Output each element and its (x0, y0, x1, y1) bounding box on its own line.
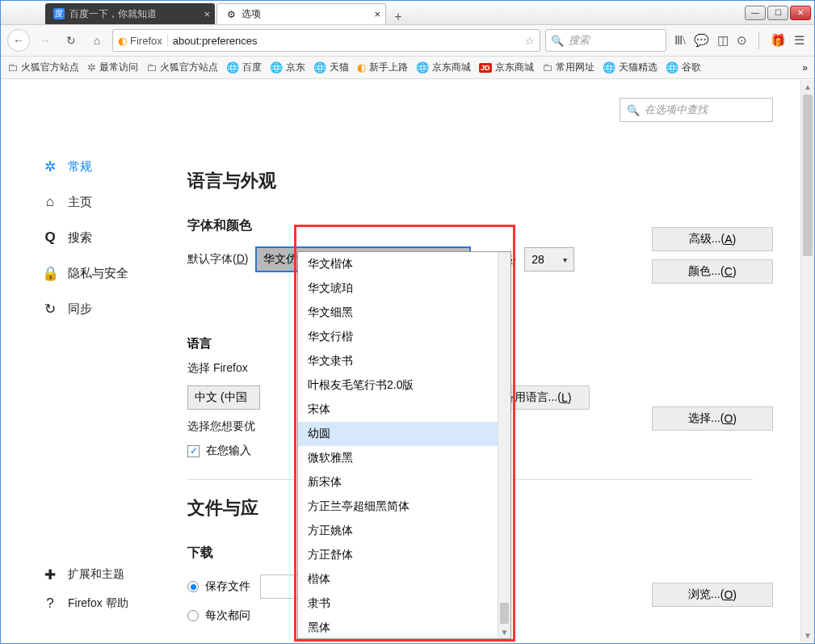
options-search-input[interactable]: 🔍 在选项中查找 (620, 98, 773, 122)
choose-languages-button[interactable]: 选择...(O) (652, 406, 773, 431)
bookmark-item[interactable]: 🗀火狐官方站点 (146, 61, 218, 74)
close-icon[interactable]: × (204, 8, 210, 20)
advanced-fonts-button[interactable]: 高级...(A) (652, 227, 773, 251)
font-option[interactable]: 新宋体 (298, 470, 510, 495)
globe-icon: 🌐 (270, 61, 283, 74)
firefox-icon: ◐ (118, 35, 127, 47)
bookmark-item[interactable]: 🗀火狐官方站点 (7, 61, 79, 74)
save-files-radio[interactable] (187, 581, 199, 592)
video-icon[interactable]: ⊙ (737, 33, 747, 48)
font-size-select[interactable]: 28 ▾ (524, 247, 574, 271)
gift-icon[interactable]: 🎁 (771, 33, 786, 48)
search-icon: 🔍 (551, 35, 564, 47)
font-dropdown-list[interactable]: ▼ 华文楷体华文琥珀华文细黑华文行楷华文隶书叶根友毛笔行书2.0版宋体幼圆微软雅… (297, 251, 511, 639)
back-button[interactable]: ← (7, 29, 30, 52)
globe-icon: 🌐 (603, 61, 615, 74)
bookmark-item[interactable]: 🌐天猫精选 (603, 61, 657, 74)
scrollbar-thumb[interactable] (803, 95, 813, 256)
section-title-language-appearance: 语言与外观 (187, 169, 753, 193)
search-bar[interactable]: 🔍 搜索 (545, 29, 666, 52)
sidebar-item-addons[interactable]: ✚扩展和主题 (42, 560, 128, 589)
scrollbar-thumb[interactable] (500, 603, 509, 624)
always-ask-radio[interactable] (187, 610, 199, 621)
choose-preferred-desc: 选择您想要优 (187, 419, 255, 434)
spellcheck-checkbox[interactable]: ✓ (187, 445, 200, 457)
font-option[interactable]: 隶书 (298, 591, 510, 616)
navigation-toolbar: ← → ↻ ⌂ ◐ Firefox about:preferences ☆ 🔍 … (1, 25, 814, 57)
maximize-button[interactable]: ☐ (767, 6, 788, 20)
bookmark-item[interactable]: ◐新手上路 (357, 61, 408, 74)
font-option[interactable]: 幼圆 (298, 422, 510, 446)
font-option[interactable]: 华文隶书 (298, 349, 510, 373)
bookmark-item[interactable]: 🌐谷歌 (666, 61, 701, 74)
help-icon: ? (42, 596, 58, 612)
sidebar-item-search[interactable]: Q搜索 (42, 220, 187, 255)
close-button[interactable]: ✕ (790, 6, 811, 20)
tab-baidu[interactable]: 度 百度一下，你就知道 × (45, 3, 215, 24)
vertical-scrollbar[interactable]: ▲ ▼ (800, 80, 814, 642)
separator (758, 32, 759, 49)
folder-icon: 🗀 (542, 61, 552, 74)
bookmark-item[interactable]: JD京东商城 (479, 61, 534, 74)
new-tab-button[interactable]: + (388, 10, 409, 24)
font-option[interactable]: 华文琥珀 (298, 276, 510, 301)
search-icon: Q (42, 229, 58, 246)
chat-icon[interactable]: 💬 (694, 33, 709, 48)
firefox-icon: ◐ (357, 61, 366, 74)
font-option[interactable]: 黑体 (298, 616, 510, 639)
scroll-down-icon[interactable]: ▼ (801, 629, 814, 642)
minimize-button[interactable]: — (745, 6, 766, 20)
puzzle-icon: ✚ (42, 566, 58, 583)
close-icon[interactable]: × (374, 8, 380, 20)
font-option[interactable]: 宋体 (298, 398, 510, 422)
category-sidebar: ✲常规 ⌂主页 Q搜索 🔒隐私与安全 ↻同步 ✚扩展和主题 ?Firefox 帮… (2, 80, 187, 642)
sidebar-item-privacy[interactable]: 🔒隐私与安全 (42, 255, 187, 291)
sync-icon: ↻ (42, 301, 58, 318)
sidebar-item-help[interactable]: ?Firefox 帮助 (42, 589, 128, 618)
sidebar-item-general[interactable]: ✲常规 (42, 149, 187, 184)
folder-icon: 🗀 (146, 61, 157, 74)
bookmarks-overflow-icon[interactable]: » (802, 62, 808, 74)
sidebar-item-sync[interactable]: ↻同步 (42, 291, 187, 326)
bookmark-item[interactable]: 🌐天猫 (313, 61, 349, 74)
bookmark-star-icon[interactable]: ☆ (525, 35, 535, 47)
tab-options[interactable]: ⚙ 选项 × (216, 3, 386, 24)
font-option[interactable]: 叶根友毛笔行书2.0版 (298, 373, 510, 398)
font-option[interactable]: 华文细黑 (298, 301, 510, 325)
lock-icon: 🔒 (42, 265, 58, 282)
font-option[interactable]: 楷体 (298, 567, 510, 591)
sidebar-item-home[interactable]: ⌂主页 (42, 184, 187, 220)
url-bar[interactable]: ◐ Firefox about:preferences ☆ (112, 29, 540, 52)
locale-select[interactable]: 中文 (中国 (187, 385, 260, 410)
tab-strip: 度 百度一下，你就知道 × ⚙ 选项 × + (1, 1, 745, 24)
scroll-down-icon[interactable]: ▼ (498, 625, 510, 638)
toolbar-icons: Ⅲ\ 💬 ◫ ⊙ 🎁 ☰ (671, 32, 808, 49)
menu-icon[interactable]: ☰ (794, 33, 804, 48)
browse-button[interactable]: 浏览...(O) (652, 583, 773, 607)
forward-button[interactable]: → (35, 29, 56, 52)
font-option[interactable]: 方正兰亭超细黑简体 (298, 495, 510, 519)
font-option[interactable]: 方正舒体 (298, 543, 510, 567)
identity-box[interactable]: ◐ Firefox (118, 35, 168, 47)
library-icon[interactable]: Ⅲ\ (674, 33, 686, 48)
globe-icon: 🌐 (416, 61, 429, 74)
bookmark-item[interactable]: 🌐百度 (226, 61, 262, 74)
font-option[interactable]: 华文楷体 (298, 252, 510, 276)
folder-icon: 🗀 (7, 61, 18, 74)
scroll-up-icon[interactable]: ▲ (801, 80, 814, 94)
favicon-baidu: 度 (53, 8, 65, 19)
window-titlebar: 度 百度一下，你就知道 × ⚙ 选项 × + — ☐ ✕ (1, 1, 814, 25)
sidebar-icon[interactable]: ◫ (717, 33, 729, 48)
bookmark-item[interactable]: 🌐京东商城 (416, 61, 471, 74)
home-button[interactable]: ⌂ (86, 29, 107, 52)
bookmark-item[interactable]: 🗀常用网址 (542, 61, 594, 74)
search-placeholder: 搜索 (569, 33, 590, 48)
font-option[interactable]: 方正姚体 (298, 519, 510, 543)
font-option[interactable]: 华文行楷 (298, 325, 510, 349)
reload-button[interactable]: ↻ (61, 29, 82, 52)
bookmark-item[interactable]: ✲最常访问 (87, 61, 138, 74)
font-option[interactable]: 微软雅黑 (298, 446, 510, 470)
colors-button[interactable]: 颜色...(C) (652, 259, 773, 284)
dropdown-scrollbar[interactable]: ▼ (498, 252, 510, 638)
bookmark-item[interactable]: 🌐京东 (270, 61, 305, 74)
